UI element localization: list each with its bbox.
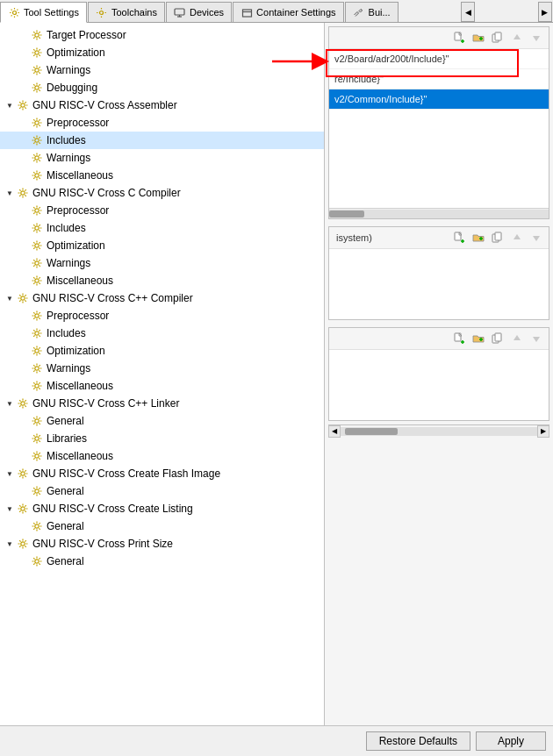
tree-item-warnings-2[interactable]: Warnings — [0, 254, 324, 272]
expand-btn-gnu-risc-v-cross-c-compiler[interactable]: ▼ — [4, 187, 16, 199]
svg-point-9 — [35, 68, 39, 72]
tree-label-gnu-risc-v-cross-cpp-linker: GNU RISC-V Cross C++ Linker — [32, 397, 179, 410]
settings-panel: v2/Board/adr200t/Include}" re/Include}" … — [325, 23, 553, 725]
tab-build[interactable]: Bui... — [345, 2, 399, 22]
tree-item-includes-3[interactable]: Includes — [0, 325, 324, 342]
expand-btn-gnu-risc-v-cross-cpp-linker[interactable]: ▼ — [4, 397, 16, 410]
monitor-icon — [174, 6, 186, 18]
extra-add-folder-btn[interactable] — [470, 330, 487, 347]
tree-item-includes-2[interactable]: Includes — [0, 219, 324, 237]
expand-btn-gnu-risc-v-cross-assembler[interactable]: ▼ — [4, 99, 16, 111]
move-up-btn[interactable] — [508, 29, 526, 46]
isystem-section: isystem) — [328, 226, 549, 320]
tree-item-miscellaneous-1[interactable]: Miscellaneous — [0, 167, 324, 184]
tab-toolchains-label: Toolchains — [111, 7, 157, 18]
tree-item-miscellaneous-3[interactable]: Miscellaneous — [0, 377, 324, 395]
expand-btn-gnu-risc-v-cross-cpp-compiler[interactable]: ▼ — [4, 292, 16, 304]
tree-item-gnu-risc-v-cross-assembler[interactable]: ▼ GNU RISC-V Cross Assembler — [0, 96, 324, 114]
add-folder-btn[interactable] — [470, 29, 487, 46]
tree-label-warnings-2: Warnings — [47, 257, 90, 269]
tree-label-warnings: Warnings — [47, 64, 90, 76]
hscroll-left-btn[interactable]: ◀ — [328, 425, 341, 438]
gear-icon-general-5 — [30, 484, 44, 498]
extra-add-file-btn[interactable] — [450, 330, 468, 347]
isystem-move-up-btn[interactable] — [508, 229, 526, 246]
add-file-btn[interactable] — [450, 29, 468, 46]
gear-icon-includes-1 — [30, 133, 44, 147]
tab-toolchains[interactable]: Toolchains — [88, 2, 165, 22]
isystem-toolbar: isystem) — [329, 227, 549, 249]
tree-item-general-5[interactable]: General — [0, 482, 324, 500]
tree-item-warnings[interactable]: Warnings — [0, 61, 324, 79]
gear-icon-includes-2 — [30, 221, 44, 235]
move-down-btn[interactable] — [528, 29, 545, 46]
tree-item-gnu-risc-v-cross-cpp-compiler[interactable]: ▼ GNU RISC-V Cross C++ Compiler — [0, 289, 324, 307]
extra-copy-btn[interactable] — [489, 330, 506, 347]
svg-point-0 — [12, 11, 16, 14]
includes-entry-2[interactable]: re/Include}" — [329, 69, 549, 89]
tree-item-preprocessor-2[interactable]: Preprocessor — [0, 202, 324, 219]
tree-item-gnu-risc-v-cross-c-compiler[interactable]: ▼ GNU RISC-V Cross C Compiler — [0, 184, 324, 202]
tree-item-gnu-risc-v-cross-flash[interactable]: ▼ GNU RISC-V Cross Create Flash Image — [0, 465, 324, 482]
svg-point-12 — [35, 121, 39, 125]
includes-hscrollbar[interactable] — [329, 210, 549, 218]
expand-btn-gnu-risc-v-cross-listing[interactable]: ▼ — [4, 503, 16, 515]
hscroll-right-btn[interactable]: ▶ — [537, 425, 549, 438]
gear-icon-preprocessor-3 — [30, 309, 44, 323]
extra-move-up-btn[interactable] — [508, 330, 526, 347]
tree-item-optimization-3[interactable]: Optimization — [0, 342, 324, 360]
gear-icon-optimization-2 — [30, 239, 44, 253]
tree-item-preprocessor-3[interactable]: Preprocessor — [0, 307, 324, 325]
tree-item-gnu-risc-v-cross-cpp-linker[interactable]: ▼ GNU RISC-V Cross C++ Linker — [0, 395, 324, 412]
includes-entry-3[interactable]: v2/Common/Include}" — [329, 89, 549, 110]
tab-nav-prev[interactable]: ◀ — [461, 2, 475, 22]
tree-label-includes-2: Includes — [47, 222, 86, 234]
includes-hscrollbar-thumb — [329, 210, 364, 218]
hscroll-track[interactable] — [341, 427, 537, 436]
tree-label-miscellaneous-3: Miscellaneous — [47, 380, 113, 392]
gear-icon-gnu-risc-v-cross-c-compiler — [16, 186, 30, 200]
tree-label-preprocessor-3: Preprocessor — [47, 310, 109, 322]
tab-container-settings[interactable]: Container Settings — [233, 2, 344, 22]
gear-icon-general-4 — [30, 414, 44, 428]
tree-item-preprocessor-1[interactable]: Preprocessor — [0, 114, 324, 132]
tree-item-general-6[interactable]: General — [0, 517, 324, 535]
copy-btn[interactable] — [489, 29, 506, 46]
restore-defaults-button[interactable]: Restore Defaults — [366, 731, 470, 751]
extra-move-down-btn[interactable] — [528, 330, 545, 347]
apply-button[interactable]: Apply — [476, 731, 546, 751]
includes-entry-1[interactable]: v2/Board/adr200t/Include}" — [329, 49, 549, 69]
svg-point-11 — [21, 103, 25, 107]
tree-item-warnings-1[interactable]: Warnings — [0, 149, 324, 167]
svg-point-10 — [35, 86, 39, 89]
tab-tool-settings[interactable]: Tool Settings — [0, 2, 87, 23]
tree-item-includes-1[interactable]: Includes — [0, 132, 324, 149]
svg-marker-45 — [514, 34, 521, 39]
expand-btn-gnu-risc-v-cross-flash[interactable]: ▼ — [4, 467, 16, 480]
tree-item-miscellaneous-4[interactable]: Miscellaneous — [0, 447, 324, 465]
isystem-add-folder-btn[interactable] — [470, 229, 487, 246]
expand-btn-gnu-risc-v-cross-print-size[interactable]: ▼ — [4, 538, 16, 550]
tree-item-general-7[interactable]: General — [0, 553, 324, 570]
tree-item-debugging[interactable]: Debugging — [0, 79, 324, 96]
tree-label-libraries-4: Libraries — [47, 432, 87, 445]
tree-item-libraries-4[interactable]: Libraries — [0, 430, 324, 447]
gear-icon-gnu-risc-v-cross-flash — [16, 467, 30, 481]
tree-item-target-processor[interactable]: Target Processor — [0, 26, 324, 44]
tree-item-gnu-risc-v-cross-listing[interactable]: ▼ GNU RISC-V Cross Create Listing — [0, 500, 324, 517]
gear-icon-preprocessor-2 — [30, 203, 44, 218]
tree-item-warnings-3[interactable]: Warnings — [0, 360, 324, 377]
tree-item-general-4[interactable]: General — [0, 412, 324, 430]
isystem-move-down-btn[interactable] — [528, 229, 545, 246]
isystem-content — [329, 249, 549, 319]
isystem-add-file-btn[interactable] — [450, 229, 468, 246]
isystem-copy-btn[interactable] — [489, 229, 506, 246]
tree-item-gnu-risc-v-cross-print-size[interactable]: ▼ GNU RISC-V Cross Print Size — [0, 535, 324, 553]
tree-item-optimization-2[interactable]: Optimization — [0, 237, 324, 254]
gear-icon-miscellaneous-2 — [30, 274, 44, 288]
tab-nav-next[interactable]: ▶ — [538, 2, 552, 22]
tab-devices[interactable]: Devices — [166, 2, 232, 22]
tree-item-miscellaneous-2[interactable]: Miscellaneous — [0, 272, 324, 289]
tree-item-optimization[interactable]: Optimization — [0, 44, 324, 61]
svg-point-15 — [35, 174, 39, 177]
